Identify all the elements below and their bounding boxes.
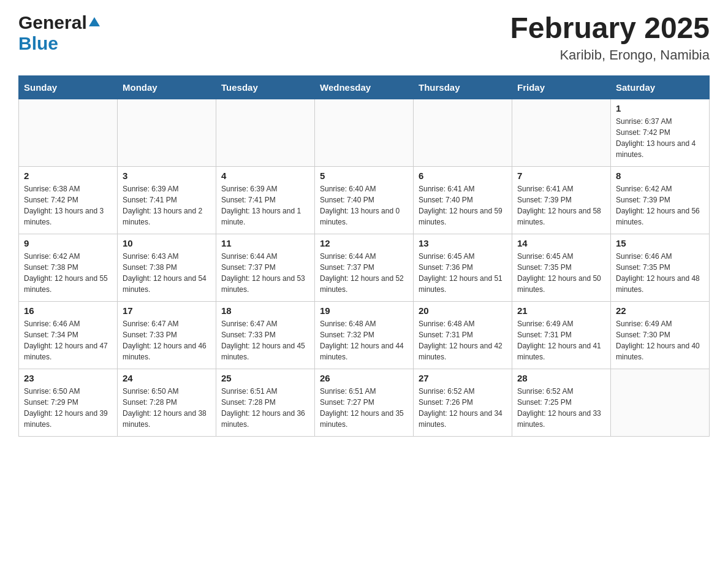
calendar-day-cell bbox=[118, 99, 216, 166]
calendar-day-cell bbox=[611, 369, 710, 436]
day-info: Sunrise: 6:37 AMSunset: 7:42 PMDaylight:… bbox=[616, 116, 704, 160]
day-number: 27 bbox=[419, 373, 507, 383]
calendar-day-cell bbox=[19, 99, 118, 166]
title-block: February 2025 Karibib, Erongo, Namibia bbox=[510, 12, 710, 63]
day-number: 25 bbox=[221, 373, 309, 383]
day-info: Sunrise: 6:44 AMSunset: 7:37 PMDaylight:… bbox=[221, 251, 309, 295]
day-number: 15 bbox=[616, 238, 704, 248]
day-of-week-header: Wednesday bbox=[315, 75, 414, 99]
day-of-week-header: Monday bbox=[118, 75, 216, 99]
calendar-day-cell: 24Sunrise: 6:50 AMSunset: 7:28 PMDayligh… bbox=[118, 369, 216, 436]
calendar-day-cell: 11Sunrise: 6:44 AMSunset: 7:37 PMDayligh… bbox=[216, 234, 315, 301]
calendar-day-cell: 4Sunrise: 6:39 AMSunset: 7:41 PMDaylight… bbox=[216, 166, 315, 234]
calendar-day-cell: 22Sunrise: 6:49 AMSunset: 7:30 PMDayligh… bbox=[611, 301, 710, 369]
calendar-day-cell: 1Sunrise: 6:37 AMSunset: 7:42 PMDaylight… bbox=[611, 99, 710, 166]
calendar-day-cell: 26Sunrise: 6:51 AMSunset: 7:27 PMDayligh… bbox=[315, 369, 414, 436]
calendar-day-cell: 19Sunrise: 6:48 AMSunset: 7:32 PMDayligh… bbox=[315, 301, 414, 369]
calendar-week-row: 1Sunrise: 6:37 AMSunset: 7:42 PMDaylight… bbox=[19, 99, 710, 166]
logo-triangle-icon bbox=[89, 17, 100, 26]
day-number: 12 bbox=[320, 238, 408, 248]
day-number: 5 bbox=[320, 170, 408, 181]
calendar-day-cell: 25Sunrise: 6:51 AMSunset: 7:28 PMDayligh… bbox=[216, 369, 315, 436]
calendar-header-row: SundayMondayTuesdayWednesdayThursdayFrid… bbox=[19, 75, 710, 99]
day-number: 4 bbox=[221, 170, 309, 181]
day-number: 10 bbox=[123, 238, 211, 248]
day-info: Sunrise: 6:47 AMSunset: 7:33 PMDaylight:… bbox=[123, 318, 211, 362]
calendar-week-row: 23Sunrise: 6:50 AMSunset: 7:29 PMDayligh… bbox=[19, 369, 710, 436]
day-info: Sunrise: 6:44 AMSunset: 7:37 PMDaylight:… bbox=[320, 251, 408, 295]
day-number: 26 bbox=[320, 373, 408, 383]
calendar-day-cell: 21Sunrise: 6:49 AMSunset: 7:31 PMDayligh… bbox=[512, 301, 611, 369]
calendar-day-cell: 28Sunrise: 6:52 AMSunset: 7:25 PMDayligh… bbox=[512, 369, 611, 436]
calendar-day-cell: 23Sunrise: 6:50 AMSunset: 7:29 PMDayligh… bbox=[19, 369, 118, 436]
day-info: Sunrise: 6:42 AMSunset: 7:39 PMDaylight:… bbox=[616, 183, 704, 228]
day-number: 3 bbox=[123, 170, 211, 181]
calendar-day-cell: 10Sunrise: 6:43 AMSunset: 7:38 PMDayligh… bbox=[118, 234, 216, 301]
day-info: Sunrise: 6:45 AMSunset: 7:36 PMDaylight:… bbox=[419, 251, 507, 295]
calendar-table: SundayMondayTuesdayWednesdayThursdayFrid… bbox=[18, 75, 710, 437]
day-info: Sunrise: 6:52 AMSunset: 7:25 PMDaylight:… bbox=[517, 386, 605, 430]
calendar-day-cell: 16Sunrise: 6:46 AMSunset: 7:34 PMDayligh… bbox=[19, 301, 118, 369]
logo-blue: Blue bbox=[18, 33, 58, 53]
calendar-day-cell: 2Sunrise: 6:38 AMSunset: 7:42 PMDaylight… bbox=[19, 166, 118, 234]
day-number: 28 bbox=[517, 373, 605, 383]
day-info: Sunrise: 6:46 AMSunset: 7:35 PMDaylight:… bbox=[616, 251, 704, 295]
day-number: 14 bbox=[517, 238, 605, 248]
day-number: 19 bbox=[320, 305, 408, 316]
day-info: Sunrise: 6:41 AMSunset: 7:39 PMDaylight:… bbox=[517, 183, 605, 228]
calendar-day-cell: 14Sunrise: 6:45 AMSunset: 7:35 PMDayligh… bbox=[512, 234, 611, 301]
calendar-day-cell bbox=[512, 99, 611, 166]
day-number: 2 bbox=[24, 170, 112, 181]
calendar-day-cell: 15Sunrise: 6:46 AMSunset: 7:35 PMDayligh… bbox=[611, 234, 710, 301]
day-number: 17 bbox=[123, 305, 211, 316]
calendar-day-cell: 13Sunrise: 6:45 AMSunset: 7:36 PMDayligh… bbox=[414, 234, 512, 301]
calendar-day-cell: 7Sunrise: 6:41 AMSunset: 7:39 PMDaylight… bbox=[512, 166, 611, 234]
day-info: Sunrise: 6:43 AMSunset: 7:38 PMDaylight:… bbox=[123, 251, 211, 295]
day-info: Sunrise: 6:41 AMSunset: 7:40 PMDaylight:… bbox=[419, 183, 507, 228]
day-info: Sunrise: 6:47 AMSunset: 7:33 PMDaylight:… bbox=[221, 318, 309, 362]
calendar-day-cell bbox=[315, 99, 414, 166]
day-info: Sunrise: 6:46 AMSunset: 7:34 PMDaylight:… bbox=[24, 318, 112, 362]
day-number: 20 bbox=[419, 305, 507, 316]
day-number: 9 bbox=[24, 238, 112, 248]
day-number: 1 bbox=[616, 103, 704, 113]
calendar-day-cell: 5Sunrise: 6:40 AMSunset: 7:40 PMDaylight… bbox=[315, 166, 414, 234]
day-number: 23 bbox=[24, 373, 112, 383]
calendar-day-cell: 18Sunrise: 6:47 AMSunset: 7:33 PMDayligh… bbox=[216, 301, 315, 369]
day-number: 7 bbox=[517, 170, 605, 181]
day-info: Sunrise: 6:49 AMSunset: 7:30 PMDaylight:… bbox=[616, 318, 704, 362]
day-number: 16 bbox=[24, 305, 112, 316]
day-number: 24 bbox=[123, 373, 211, 383]
calendar-day-cell: 17Sunrise: 6:47 AMSunset: 7:33 PMDayligh… bbox=[118, 301, 216, 369]
page-subtitle: Karibib, Erongo, Namibia bbox=[510, 47, 710, 63]
day-info: Sunrise: 6:48 AMSunset: 7:31 PMDaylight:… bbox=[419, 318, 507, 362]
calendar-day-cell: 3Sunrise: 6:39 AMSunset: 7:41 PMDaylight… bbox=[118, 166, 216, 234]
calendar-day-cell: 8Sunrise: 6:42 AMSunset: 7:39 PMDaylight… bbox=[611, 166, 710, 234]
day-info: Sunrise: 6:50 AMSunset: 7:28 PMDaylight:… bbox=[123, 386, 211, 430]
day-info: Sunrise: 6:52 AMSunset: 7:26 PMDaylight:… bbox=[419, 386, 507, 430]
calendar-week-row: 9Sunrise: 6:42 AMSunset: 7:38 PMDaylight… bbox=[19, 234, 710, 301]
calendar-day-cell: 12Sunrise: 6:44 AMSunset: 7:37 PMDayligh… bbox=[315, 234, 414, 301]
page-title: February 2025 bbox=[510, 12, 710, 45]
day-number: 21 bbox=[517, 305, 605, 316]
day-info: Sunrise: 6:48 AMSunset: 7:32 PMDaylight:… bbox=[320, 318, 408, 362]
day-number: 8 bbox=[616, 170, 704, 181]
day-info: Sunrise: 6:45 AMSunset: 7:35 PMDaylight:… bbox=[517, 251, 605, 295]
calendar-day-cell bbox=[216, 99, 315, 166]
day-info: Sunrise: 6:40 AMSunset: 7:40 PMDaylight:… bbox=[320, 183, 408, 228]
calendar-day-cell: 20Sunrise: 6:48 AMSunset: 7:31 PMDayligh… bbox=[414, 301, 512, 369]
day-info: Sunrise: 6:50 AMSunset: 7:29 PMDaylight:… bbox=[24, 386, 112, 430]
day-info: Sunrise: 6:39 AMSunset: 7:41 PMDaylight:… bbox=[221, 183, 309, 228]
calendar-day-cell bbox=[414, 99, 512, 166]
calendar-week-row: 2Sunrise: 6:38 AMSunset: 7:42 PMDaylight… bbox=[19, 166, 710, 234]
day-of-week-header: Saturday bbox=[611, 75, 710, 99]
day-number: 13 bbox=[419, 238, 507, 248]
day-number: 22 bbox=[616, 305, 704, 316]
calendar-day-cell: 9Sunrise: 6:42 AMSunset: 7:38 PMDaylight… bbox=[19, 234, 118, 301]
day-number: 6 bbox=[419, 170, 507, 181]
logo-general: General bbox=[18, 12, 87, 33]
day-of-week-header: Friday bbox=[512, 75, 611, 99]
calendar-day-cell: 27Sunrise: 6:52 AMSunset: 7:26 PMDayligh… bbox=[414, 369, 512, 436]
day-info: Sunrise: 6:39 AMSunset: 7:41 PMDaylight:… bbox=[123, 183, 211, 228]
day-of-week-header: Sunday bbox=[19, 75, 118, 99]
